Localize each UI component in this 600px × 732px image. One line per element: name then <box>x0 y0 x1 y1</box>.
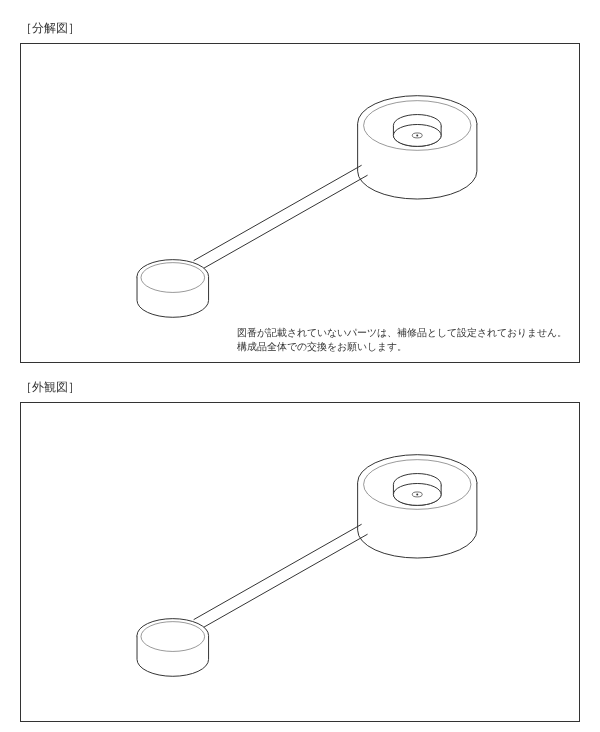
svg-point-5 <box>416 134 418 136</box>
lever-drawing-exploded <box>21 44 579 362</box>
svg-point-13 <box>416 493 418 495</box>
exploded-view-note: 図番が記載されていないパーツは、補修品として設定されておりません。 構成品全体で… <box>237 326 567 354</box>
note-line-2: 構成品全体での交換をお願いします。 <box>237 340 567 354</box>
lever-drawing-external <box>21 403 579 721</box>
external-view-figure <box>20 402 580 722</box>
exploded-view-title: ［分解図］ <box>20 20 580 37</box>
note-line-1: 図番が記載されていないパーツは、補修品として設定されておりません。 <box>237 326 567 340</box>
external-view-title: ［外観図］ <box>20 379 580 396</box>
exploded-view-figure: 図番が記載されていないパーツは、補修品として設定されておりません。 構成品全体で… <box>20 43 580 363</box>
